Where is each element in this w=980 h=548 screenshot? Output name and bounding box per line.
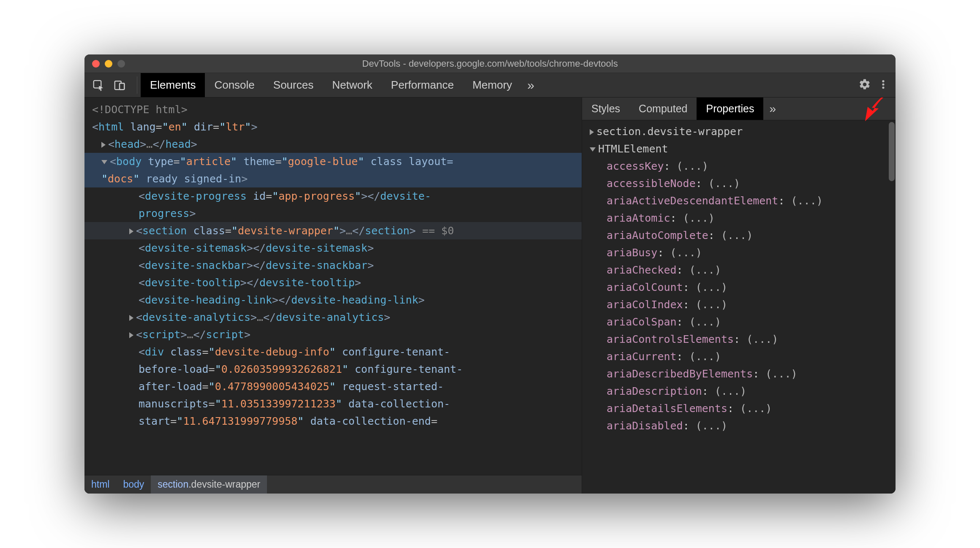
dom-script[interactable]: <script>…</script> — [84, 326, 582, 343]
dom-debug-div-l5[interactable]: start="11.647131999779958" data-collecti… — [84, 412, 582, 430]
traffic-lights — [84, 60, 125, 68]
prop-entry[interactable]: ariaChecked: (...) — [582, 261, 896, 279]
side-tab-properties[interactable]: Properties — [697, 98, 763, 120]
minimize-window-button[interactable] — [105, 60, 112, 68]
crumb-section[interactable]: section.devsite-wrapper — [151, 475, 267, 494]
content-area: <!DOCTYPE html> <html lang="en" dir="ltr… — [84, 98, 896, 494]
dom-doctype[interactable]: <!DOCTYPE html> — [84, 101, 582, 118]
prop-entry[interactable]: ariaColCount: (...) — [582, 279, 896, 296]
tab-performance[interactable]: Performance — [382, 73, 463, 97]
dom-devsite-progress-close[interactable]: progress> — [84, 205, 582, 222]
svg-point-5 — [882, 83, 884, 85]
prop-entry[interactable]: ariaDescription: (...) — [582, 383, 896, 400]
crumb-html[interactable]: html — [84, 475, 116, 494]
dom-debug-div-l2[interactable]: before-load="0.02603599932626821" config… — [84, 361, 582, 378]
dom-debug-div-l3[interactable]: after-load="0.4778990005434025" request-… — [84, 378, 582, 395]
dom-devsite-sitemask[interactable]: <devsite-sitemask></devsite-sitemask> — [84, 239, 582, 257]
prop-entry[interactable]: ariaCurrent: (...) — [582, 348, 896, 365]
side-tabs: Styles Computed Properties » — [582, 98, 896, 120]
prop-entry[interactable]: accessKey: (...) — [582, 157, 896, 175]
dom-tree[interactable]: <!DOCTYPE html> <html lang="en" dir="ltr… — [84, 98, 582, 475]
dom-devsite-heading-link[interactable]: <devsite-heading-link></devsite-heading-… — [84, 291, 582, 309]
window-title: DevTools - developers.google.com/web/too… — [84, 58, 896, 69]
prop-entry[interactable]: ariaDetailsElements: (...) — [582, 400, 896, 417]
dom-debug-div[interactable]: <div class="devsite-debug-info" configur… — [84, 343, 582, 361]
devtools-window: DevTools - developers.google.com/web/too… — [84, 54, 896, 494]
dom-body-open[interactable]: <body type="article" theme="google-blue"… — [84, 153, 582, 170]
breadcrumb: html body section.devsite-wrapper — [84, 475, 582, 494]
dom-devsite-progress[interactable]: <devsite-progress id="app-progress"></de… — [84, 187, 582, 205]
prop-entry[interactable]: ariaDescribedByElements: (...) — [582, 365, 896, 383]
prop-entry[interactable]: ariaColIndex: (...) — [582, 296, 896, 313]
dom-debug-div-l4[interactable]: manuscripts="11.035133997211233" data-co… — [84, 395, 582, 412]
dom-devsite-tooltip[interactable]: <devsite-tooltip></devsite-tooltip> — [84, 274, 582, 291]
prop-entry[interactable]: ariaDisabled: (...) — [582, 417, 896, 434]
svg-point-6 — [882, 86, 884, 88]
scrollbar-thumb[interactable] — [889, 122, 895, 181]
device-toolbar-icon[interactable] — [110, 76, 129, 94]
prop-entry[interactable]: ariaBusy: (...) — [582, 244, 896, 261]
tab-elements[interactable]: Elements — [141, 73, 205, 97]
dom-tree-pane: <!DOCTYPE html> <html lang="en" dir="ltr… — [84, 98, 582, 494]
main-tabs: Elements Console Sources Network Perform… — [141, 73, 521, 97]
dom-devsite-snackbar[interactable]: <devsite-snackbar></devsite-snackbar> — [84, 257, 582, 274]
prop-entry[interactable]: ariaAtomic: (...) — [582, 209, 896, 227]
properties-list[interactable]: section.devsite-wrapper HTMLElement acce… — [582, 120, 896, 494]
prop-header[interactable]: section.devsite-wrapper — [582, 123, 896, 140]
prop-entry[interactable]: ariaControlsElements: (...) — [582, 331, 896, 348]
dom-html-open[interactable]: <html lang="en" dir="ltr"> — [84, 118, 582, 136]
settings-icon[interactable] — [858, 78, 871, 92]
svg-rect-2 — [120, 83, 124, 90]
side-panel: Styles Computed Properties » section.dev… — [582, 98, 896, 494]
side-tab-computed[interactable]: Computed — [629, 98, 697, 120]
titlebar: DevTools - developers.google.com/web/too… — [84, 54, 896, 73]
svg-point-4 — [882, 80, 884, 82]
prop-proto[interactable]: HTMLElement — [582, 140, 896, 157]
side-tab-styles[interactable]: Styles — [582, 98, 629, 120]
prop-entry[interactable]: ariaColSpan: (...) — [582, 313, 896, 331]
main-toolbar: Elements Console Sources Network Perform… — [84, 73, 896, 98]
dom-section-selected[interactable]: ••• <section class="devsite-wrapper">…</… — [84, 222, 582, 239]
more-menu-icon[interactable] — [878, 78, 889, 92]
dom-head[interactable]: <head>…</head> — [84, 136, 582, 153]
prop-entry[interactable]: ariaAutoComplete: (...) — [582, 227, 896, 244]
crumb-body[interactable]: body — [116, 475, 151, 494]
zoom-window-button[interactable] — [117, 60, 125, 68]
inspect-element-icon[interactable] — [89, 76, 108, 94]
dom-body-open-line2[interactable]: "docs" ready signed-in> — [84, 170, 582, 187]
tab-sources[interactable]: Sources — [264, 73, 323, 97]
prop-entry[interactable]: accessibleNode: (...) — [582, 175, 896, 192]
tab-memory[interactable]: Memory — [463, 73, 521, 97]
prop-entry[interactable]: ariaActiveDescendantElement: (...) — [582, 192, 896, 209]
dom-devsite-analytics[interactable]: <devsite-analytics>…</devsite-analytics> — [84, 309, 582, 326]
tab-network[interactable]: Network — [323, 73, 381, 97]
main-tabs-more-icon[interactable]: » — [521, 73, 540, 97]
tab-console[interactable]: Console — [205, 73, 264, 97]
close-window-button[interactable] — [92, 60, 100, 68]
side-tabs-more-icon[interactable]: » — [763, 98, 782, 120]
